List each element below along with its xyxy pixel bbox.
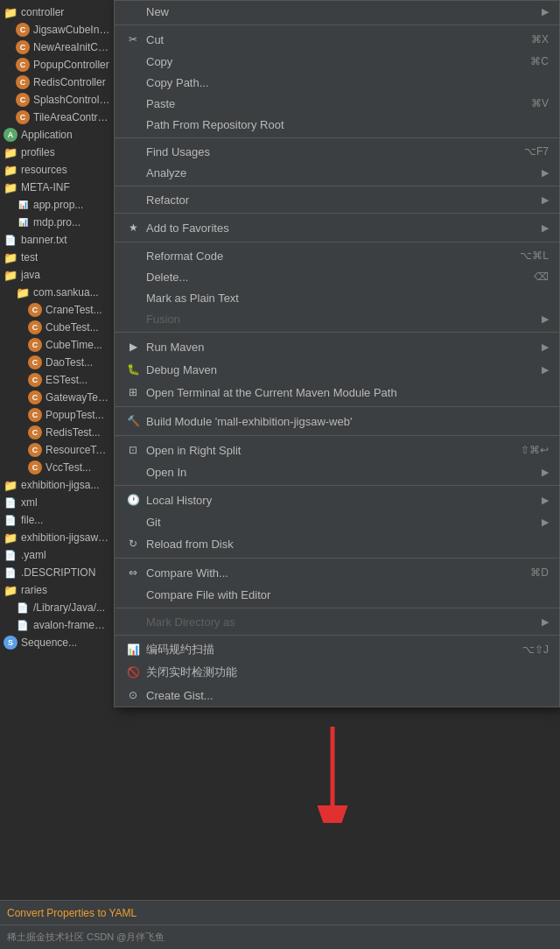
menu-item-debug-maven[interactable]: 🐛Debug Maven▶ (115, 358, 559, 381)
menu-item-delete[interactable]: Delete...⌫ (115, 266, 559, 287)
tree-item[interactable]: CCubeTime... (0, 336, 114, 354)
menu-item-mark-directory: Mark Directory as▶ (115, 611, 559, 632)
tree-item[interactable]: 📁META-INF (0, 179, 114, 196)
folder-icon: 📁 (4, 5, 18, 19)
tree-item[interactable]: AApplication (0, 126, 114, 144)
tree-item[interactable]: CVccTest... (0, 459, 114, 476)
menu-item-paste[interactable]: Paste⌘V (115, 93, 559, 114)
menu-item-analyze[interactable]: Analyze▶ (115, 162, 559, 183)
run-maven-icon: ▶ (125, 339, 141, 355)
menu-item-close-realtime[interactable]: 🚫关闭实时检测功能 (115, 661, 559, 684)
git-label: Git (146, 516, 535, 529)
menu-item-compare-with[interactable]: ⇔Compare With...⌘D (115, 561, 559, 584)
menu-item-path-from-root[interactable]: Path From Repository Root (115, 114, 559, 135)
open-right-split-label: Open in Right Split (146, 444, 503, 457)
tree-item[interactable]: 📄banner.txt (0, 231, 114, 249)
tree-item[interactable]: CJigsawCubeInitController (0, 21, 114, 39)
tree-item[interactable]: CPopupTest... (0, 406, 114, 424)
tree-item[interactable]: 📄avalon-framew... (0, 616, 114, 634)
menu-item-open-terminal[interactable]: ⊞Open Terminal at the Current Maven Modu… (115, 381, 559, 404)
tree-item[interactable]: CESTest... (0, 371, 114, 389)
separator (115, 635, 559, 636)
menu-item-open-in[interactable]: Open In▶ (115, 461, 559, 482)
tree-item[interactable]: CTileAreaController (0, 109, 114, 126)
analyze-label: Analyze (146, 166, 535, 179)
separator (115, 186, 559, 186)
tree-item[interactable]: CCraneTest... (0, 301, 114, 319)
tree-item[interactable]: 📁resources (0, 161, 114, 179)
tree-item[interactable]: 📁exhibition-jigsaw-... (0, 529, 114, 546)
build-module-icon: 🔨 (125, 413, 141, 429)
tree-item[interactable]: 📊mdp.pro... (0, 214, 114, 231)
menu-item-fusion: Fusion▶ (115, 308, 559, 329)
menu-item-add-to-favorites[interactable]: ★Add to Favorites▶ (115, 216, 559, 239)
tree-item[interactable]: 📁com.sankua... (0, 284, 114, 301)
menu-item-refactor[interactable]: Refactor▶ (115, 189, 559, 210)
tree-item[interactable]: 📁raries (0, 581, 114, 599)
create-gist-icon: ⊙ (125, 687, 141, 703)
tree-item-label: SplashController (33, 94, 110, 106)
tree-item-label: /Library/Java/... (33, 601, 105, 614)
file-icon: 📄 (4, 496, 18, 510)
run-maven-arrow: ▶ (542, 341, 549, 353)
tree-item[interactable]: 📁profiles (0, 144, 114, 161)
tree-item[interactable]: CSplashController (0, 91, 114, 109)
tree-item-label: CubeTest... (46, 321, 99, 334)
tree-item-label: java (21, 269, 40, 281)
tree-item[interactable]: 📄.yaml (0, 546, 114, 564)
red-arrow (306, 718, 394, 826)
class-icon: C (28, 443, 42, 457)
tree-item[interactable]: 📁test (0, 249, 114, 266)
separator (115, 332, 559, 333)
tree-item[interactable]: 📁java (0, 266, 114, 284)
tree-item[interactable]: SSequence... (0, 634, 114, 651)
tree-item[interactable]: 📄.DESCRIPTION (0, 564, 114, 581)
class-icon: C (28, 408, 42, 422)
menu-item-git[interactable]: Git▶ (115, 511, 559, 532)
tree-item[interactable]: CDaoTest... (0, 354, 114, 371)
tree-item[interactable]: CResourceTest... (0, 441, 114, 459)
menu-item-copy[interactable]: Copy⌘C (115, 51, 559, 72)
menu-item-mark-plain[interactable]: Mark as Plain Text (115, 287, 559, 308)
menu-item-build-module[interactable]: 🔨Build Module 'mall-exhibition-jigsaw-we… (115, 410, 559, 432)
tree-item-label: controller (21, 6, 64, 18)
convert-bar[interactable]: Convert Properties to YAML (0, 900, 560, 924)
file-icon: 📄 (4, 513, 18, 527)
folder-icon: 📁 (4, 268, 18, 282)
folder-icon: 📁 (4, 163, 18, 177)
menu-item-run-maven[interactable]: ▶Run Maven▶ (115, 335, 559, 358)
tree-item-label: banner.txt (21, 234, 67, 246)
menu-item-cut[interactable]: ✂Cut⌘X (115, 28, 559, 51)
tree-item[interactable]: 📁exhibition-jigsa... (0, 476, 114, 494)
add-to-favorites-arrow: ▶ (542, 222, 549, 234)
menu-item-reload-from-disk[interactable]: ↻Reload from Disk (115, 532, 559, 555)
tree-item[interactable]: 📄xml (0, 494, 114, 511)
mark-directory-label: Mark Directory as (146, 615, 535, 629)
menu-item-compare-editor[interactable]: Compare File with Editor (115, 584, 559, 605)
tree-item[interactable]: CRedisController (0, 74, 114, 91)
menu-item-reformat-code[interactable]: Reformat Code⌥⌘L (115, 245, 559, 266)
menu-item-find-usages[interactable]: Find Usages⌥F7 (115, 141, 559, 162)
tree-item[interactable]: 📊app.prop... (0, 196, 114, 214)
tree-item[interactable]: CRedisTest... (0, 424, 114, 441)
menu-item-open-right-split[interactable]: ⊡Open in Right Split⇧⌘↩ (115, 439, 559, 461)
tree-item[interactable]: 📄/Library/Java/... (0, 599, 114, 616)
menu-item-code-scan[interactable]: 📊编码规约扫描⌥⇧J (115, 638, 559, 661)
menu-item-local-history[interactable]: 🕐Local History▶ (115, 489, 559, 511)
tree-item[interactable]: 📁controller (0, 4, 114, 21)
menu-item-create-gist[interactable]: ⊙Create Gist... (115, 684, 559, 706)
menu-item-copy-path[interactable]: Copy Path... (115, 72, 559, 93)
compare-with-icon: ⇔ (125, 565, 141, 580)
tree-item-label: GatewayTest... (46, 391, 110, 404)
class-icon: C (16, 58, 30, 72)
tree-item[interactable]: CCubeTest... (0, 319, 114, 336)
menu-item-new[interactable]: New▶ (115, 1, 559, 22)
tree-item-label: file... (21, 514, 43, 526)
tree-item[interactable]: 📄file... (0, 511, 114, 529)
tree-item[interactable]: CPopupController (0, 56, 114, 74)
tree-item[interactable]: CGatewayTest... (0, 389, 114, 406)
class-icon: C (16, 75, 30, 89)
class-icon: C (28, 425, 42, 439)
local-history-label: Local History (146, 494, 535, 507)
tree-item[interactable]: CNewAreaInitController (0, 39, 114, 56)
